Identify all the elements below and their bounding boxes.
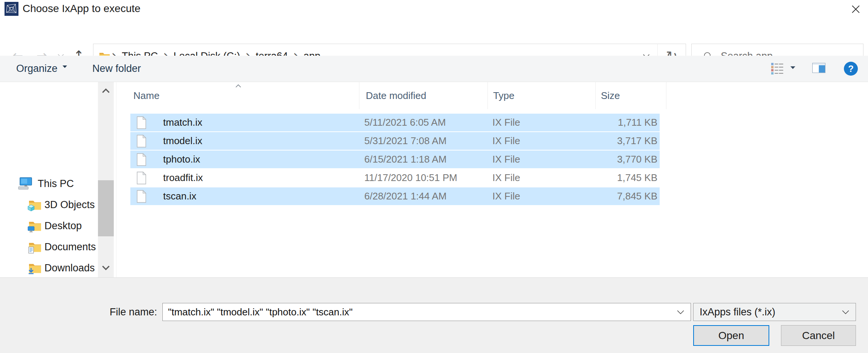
details-view-icon: [771, 62, 784, 75]
sidebar-item-label: 3D Objects: [44, 199, 98, 211]
column-header-type[interactable]: Type: [488, 82, 596, 109]
navigation-bar: ← → ↑ › This PC › Local Disk (C:) › terr…: [0, 17, 868, 56]
file-size: 7,845 KB: [616, 190, 660, 202]
file-name: tmodel.ix: [163, 135, 364, 147]
column-header-size[interactable]: Size: [596, 82, 666, 109]
file-name-label: File name:: [110, 306, 157, 318]
file-size: 1,711 KB: [616, 117, 660, 128]
file-icon: [130, 116, 163, 129]
file-type-value: IxApps files (*.ix): [700, 306, 775, 318]
file-date-modified: 5/31/2021 7:08 AM: [364, 135, 492, 147]
titlebar: Choose IxApp to execute: [0, 0, 868, 17]
sidebar: This PC 3D Objects D: [0, 82, 98, 277]
new-folder-label: New folder: [92, 63, 141, 75]
file-date-modified: 6/28/2021 1:44 AM: [364, 190, 492, 202]
help-button[interactable]: ?: [844, 62, 858, 76]
file-type: IX File: [492, 154, 616, 165]
close-button[interactable]: [849, 3, 862, 15]
file-date-modified: 11/17/2020 10:51 PM: [364, 172, 492, 184]
file-name: troadfit.ix: [163, 172, 364, 184]
folder-desktop-icon: [29, 221, 41, 231]
organize-button[interactable]: Organize: [16, 56, 67, 82]
details-view-button[interactable]: [771, 62, 784, 75]
this-pc-icon: [18, 177, 33, 190]
sidebar-item-downloads[interactable]: Downloads: [0, 257, 98, 277]
chevron-down-icon: [63, 65, 67, 68]
sidebar-item-documents[interactable]: Documents: [0, 236, 98, 257]
file-type: IX File: [492, 117, 616, 128]
chevron-down-icon: [842, 310, 850, 315]
folder-3d-objects-icon: [29, 199, 41, 210]
sidebar-item-this-pc[interactable]: This PC: [0, 173, 98, 194]
folder-downloads-icon: [29, 263, 41, 273]
file-size: 3,770 KB: [616, 154, 660, 165]
table-row[interactable]: tmodel.ix 5/31/2021 7:08 AM IX File 3,71…: [130, 132, 660, 150]
scroll-up-button[interactable]: [98, 85, 114, 96]
sidebar-item-3d-objects[interactable]: 3D Objects: [0, 194, 98, 215]
table-row[interactable]: tmatch.ix 5/11/2021 6:05 AM IX File 1,71…: [130, 114, 660, 131]
table-row[interactable]: tphoto.ix 6/15/2021 1:18 AM IX File 3,77…: [130, 151, 660, 168]
file-name: tphoto.ix: [163, 154, 364, 165]
help-icon: ?: [848, 64, 854, 74]
organize-label: Organize: [16, 63, 58, 75]
table-row[interactable]: troadfit.ix 11/17/2020 10:51 PM IX File …: [130, 169, 660, 187]
window-title: Choose IxApp to execute: [23, 3, 141, 15]
dialog-footer: File name: IxApps files (*.ix) Open Canc…: [0, 277, 868, 353]
views-dropdown-button[interactable]: [790, 66, 795, 69]
sidebar-item-label: Desktop: [44, 220, 98, 232]
scrollbar-thumb[interactable]: [98, 180, 114, 236]
sidebar-item-label: Documents: [44, 241, 98, 253]
file-size: 1,745 KB: [616, 172, 660, 184]
file-name-input[interactable]: [163, 306, 677, 318]
file-type: IX File: [492, 135, 616, 147]
command-toolbar: Organize New folder ?: [0, 56, 868, 82]
sort-ascending-icon: [235, 84, 241, 88]
app-icon: [5, 2, 18, 16]
file-dialog-window: Choose IxApp to execute ← → ↑ › This PC …: [0, 0, 868, 353]
sidebar-scrollbar[interactable]: [98, 82, 114, 277]
column-headers: Name Date modified Type Size: [116, 82, 666, 109]
file-type: IX File: [492, 190, 616, 202]
table-row[interactable]: tscan.ix 6/28/2021 1:44 AM IX File 7,845…: [130, 187, 660, 205]
folder-documents-icon: [29, 242, 41, 252]
file-icon: [130, 153, 163, 166]
chevron-down-icon: [102, 265, 110, 270]
preview-pane-icon: [812, 63, 825, 73]
close-icon: [851, 5, 860, 14]
file-date-modified: 6/15/2021 1:18 AM: [364, 154, 492, 165]
file-icon: [130, 190, 163, 203]
chevron-down-icon: [790, 66, 795, 69]
scroll-down-button[interactable]: [98, 262, 114, 273]
file-size: 3,717 KB: [616, 135, 660, 147]
file-icon: [130, 135, 163, 148]
file-name: tmatch.ix: [163, 117, 364, 128]
sidebar-item-desktop[interactable]: Desktop: [0, 215, 98, 236]
file-rows: tmatch.ix 5/11/2021 6:05 AM IX File 1,71…: [130, 114, 660, 206]
file-icon: [130, 172, 163, 184]
file-list: Name Date modified Type Size tmatch.ix 5…: [116, 82, 868, 277]
column-header-date-modified[interactable]: Date modified: [359, 82, 488, 109]
file-type-select[interactable]: IxApps files (*.ix): [693, 303, 856, 321]
preview-pane-button[interactable]: [812, 63, 825, 73]
file-date-modified: 5/11/2021 6:05 AM: [364, 117, 492, 128]
file-name-combobox: [162, 303, 691, 321]
new-folder-button[interactable]: New folder: [92, 56, 141, 82]
file-name: tscan.ix: [163, 190, 364, 202]
chevron-down-icon: [677, 310, 685, 315]
sidebar-item-label: This PC: [38, 178, 98, 190]
chevron-up-icon: [102, 88, 110, 93]
sidebar-item-label: Downloads: [44, 262, 98, 274]
open-button[interactable]: Open: [693, 325, 769, 346]
file-name-dropdown-button[interactable]: [677, 310, 685, 315]
file-type: IX File: [492, 172, 616, 184]
cancel-button[interactable]: Cancel: [781, 325, 856, 346]
